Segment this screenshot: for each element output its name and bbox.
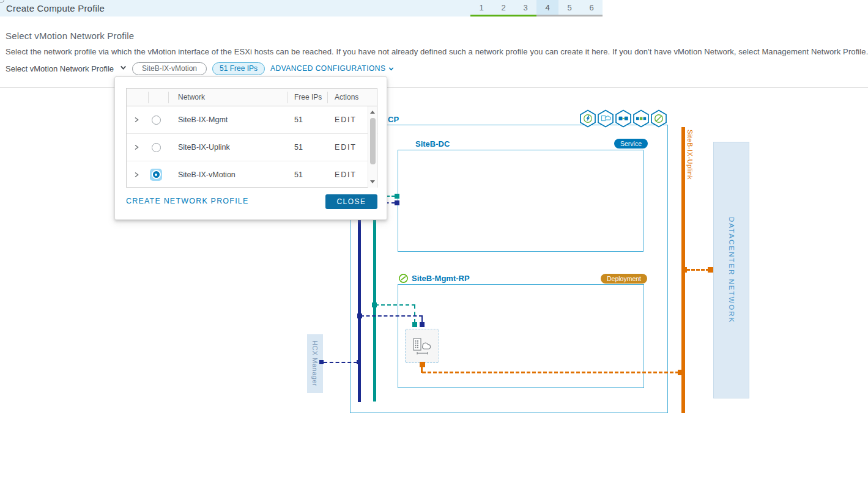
expand-chevron-icon[interactable]: [133, 134, 140, 161]
compute-cloud-icon[interactable]: [597, 109, 614, 128]
network-name: SiteB-IX-Uplink: [178, 134, 230, 161]
column-separator: [168, 92, 169, 103]
chevron-down-icon[interactable]: [119, 63, 127, 74]
linked-nodes-icon[interactable]: [615, 109, 632, 128]
network-profile-selector-row: Select vMotion Network Profile SiteB-IX-…: [6, 62, 395, 75]
create-compute-profile-wizard: Create Compute Profile 1 2 3 4 5 6 Selec…: [0, 0, 868, 495]
navy-connector-h: [360, 315, 423, 317]
table-row-siteb-ix-uplink[interactable]: SiteB-IX-Uplink 51 EDIT: [127, 134, 378, 161]
table-row-siteb-ix-vmotion[interactable]: SiteB-IX-vMotion 51 EDIT: [127, 161, 378, 188]
mgmt-rp-label: SiteB-Mgmt-RP: [412, 274, 470, 283]
service-icons-row: [579, 109, 667, 128]
datacenter-network-box: DATACENTER NETWORK: [713, 142, 749, 398]
selected-profile-pill[interactable]: SiteB-IX-vMotion: [132, 62, 207, 75]
step-5[interactable]: 5: [558, 0, 581, 16]
step-6[interactable]: 6: [581, 0, 603, 16]
orange-datacenter-connector: [686, 269, 710, 271]
progress-bar-completed: [470, 15, 536, 16]
create-network-profile-link[interactable]: CREATE NETWORK PROFILE: [126, 197, 249, 205]
network-profile-dropdown: Network Free IPs Actions SiteB-IX-Mgmt 5…: [114, 76, 387, 220]
column-header-network: Network: [178, 89, 205, 106]
free-ips-value: 51: [294, 161, 303, 188]
table-row-siteb-ix-mgmt[interactable]: SiteB-IX-Mgmt 51 EDIT: [127, 106, 378, 134]
network-name: SiteB-IX-vMotion: [178, 161, 236, 188]
network-name: SiteB-IX-Mgmt: [178, 106, 228, 133]
scrollbar-thumb[interactable]: [370, 118, 376, 164]
step-2[interactable]: 2: [492, 0, 514, 16]
radio-button[interactable]: [152, 134, 161, 161]
table-header: Network Free IPs Actions: [127, 89, 377, 106]
column-separator: [148, 92, 149, 103]
network-profile-table: Network Free IPs Actions SiteB-IX-Mgmt 5…: [126, 88, 377, 188]
free-ips-value: 51: [294, 106, 303, 133]
radio-button-selected[interactable]: [150, 161, 162, 188]
teal-appliance-endpoint: [412, 322, 417, 327]
teal-connector-endpoint: [395, 194, 399, 199]
edit-link[interactable]: EDIT: [335, 106, 357, 133]
progress-bar-remaining: [536, 15, 603, 16]
close-button[interactable]: CLOSE: [325, 194, 377, 209]
step-3[interactable]: 3: [514, 0, 536, 16]
service-badge: Service: [614, 139, 648, 148]
step-4-active[interactable]: 4: [536, 0, 558, 16]
hcx-connector-right-endpoint: [357, 360, 361, 364]
chevron-down-icon: [388, 65, 395, 72]
advanced-configurations-label: ADVANCED CONFIGURATIONS: [270, 64, 385, 73]
advanced-configurations-link[interactable]: ADVANCED CONFIGURATIONS: [270, 64, 395, 73]
compute-profile-label: CP: [388, 115, 399, 124]
section-description: Select the network profile via which the…: [6, 47, 868, 56]
hcx-connector-left-endpoint: [319, 360, 324, 364]
wizard-header: Create Compute Profile 1 2 3 4 5 6: [0, 0, 603, 16]
scroll-up-arrow-icon[interactable]: [370, 111, 375, 114]
navy-line-tap: [357, 314, 362, 318]
teal-connector-v: [414, 305, 415, 323]
edit-link[interactable]: EDIT: [335, 161, 357, 188]
navy-connector-endpoint: [395, 200, 399, 205]
hcx-manager-label: HCX Manager: [311, 340, 319, 386]
appliance-cloud-icon: [411, 336, 433, 356]
orange-connector-h: [422, 372, 679, 373]
teal-connector-h: [375, 304, 415, 306]
datacenter-network-label: DATACENTER NETWORK: [728, 217, 735, 323]
dots-row-icon[interactable]: [632, 109, 650, 128]
orange-uplink-endpoint: [678, 370, 683, 375]
free-ips-value: 51: [294, 134, 303, 161]
site-dc-box: [398, 150, 644, 252]
expand-chevron-icon[interactable]: [133, 161, 140, 188]
teal-line-tap: [372, 302, 377, 307]
site-dc-label: SiteB-DC: [415, 139, 450, 148]
uplink-line-label: SiteB-IX-Uplink: [686, 130, 694, 180]
table-scrollbar[interactable]: [368, 106, 377, 188]
column-separator: [327, 92, 328, 103]
expand-chevron-icon[interactable]: [133, 106, 140, 133]
scroll-down-arrow-icon[interactable]: [370, 180, 375, 183]
column-header-free-ips: Free IPs: [294, 89, 322, 106]
navy-appliance-endpoint: [420, 322, 425, 327]
column-header-actions: Actions: [335, 89, 358, 106]
crossed-circle-icon[interactable]: [650, 109, 667, 128]
orange-appliance-endpoint: [420, 362, 425, 367]
hcx-appliance-box[interactable]: [405, 329, 439, 363]
step-indicator: 1 2 3 4 5 6: [470, 0, 603, 16]
orange-dc-tap: [681, 267, 687, 273]
orange-datacenter-endpoint: [708, 267, 713, 273]
partial-corner-icon: [0, 0, 4, 3]
radio-button[interactable]: [152, 106, 161, 133]
page-title: Create Compute Profile: [6, 0, 105, 16]
section-heading: Select vMotion Network Profile: [6, 31, 134, 41]
free-ips-badge: 51 Free IPs: [212, 62, 265, 75]
edit-link[interactable]: EDIT: [335, 134, 357, 161]
lightning-circle-icon[interactable]: [579, 109, 596, 128]
hcx-connector: [324, 362, 357, 363]
column-separator: [287, 92, 288, 103]
resource-pool-icon: [398, 273, 409, 286]
deployment-badge: Deployment: [601, 274, 647, 284]
step-1[interactable]: 1: [470, 0, 492, 16]
selector-label: Select vMotion Network Profile: [6, 64, 114, 73]
